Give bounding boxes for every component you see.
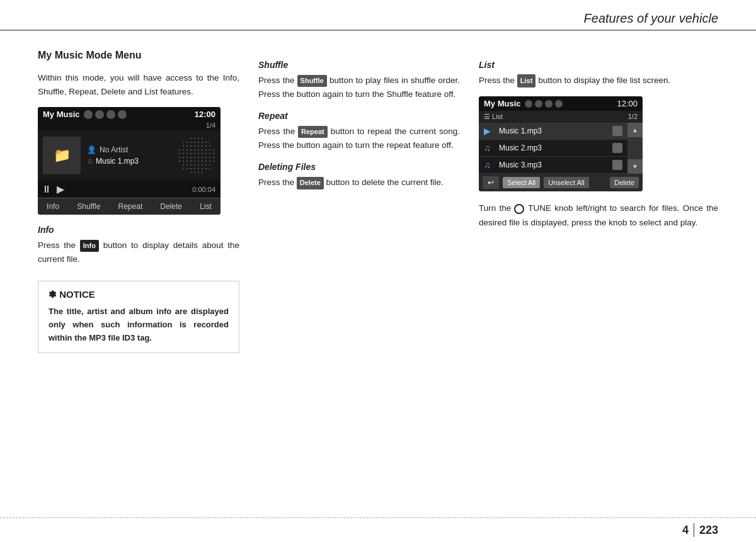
- list-bottom-bar: ↩ Select All Unselect All Delete: [479, 174, 643, 191]
- music-icon: [106, 110, 115, 119]
- step-forward-button[interactable]: ▶: [55, 182, 66, 196]
- unselect-all-button[interactable]: Unselect All: [544, 177, 588, 188]
- notice-title-text: ✽ NOTICE: [49, 289, 95, 300]
- page-number: 4 223: [682, 523, 718, 537]
- notice-title: ✽ NOTICE: [49, 289, 229, 300]
- list-item-check[interactable]: [612, 126, 622, 136]
- list-sub-header: ☰ List 1/2: [479, 111, 643, 123]
- delete-label: Deleting Files: [258, 162, 460, 172]
- middle-column: Shuffle Press the Shuffle button to play…: [258, 50, 460, 353]
- list-item[interactable]: ♫ Music 2.mp3: [479, 140, 627, 157]
- shuffle-button-badge[interactable]: Shuffle: [297, 75, 327, 88]
- right-column: List Press the List button to display th…: [479, 50, 718, 353]
- player-header: My Music 12:00: [38, 107, 220, 121]
- list-item-name: Music 1.mp3: [499, 127, 607, 135]
- list-item-name: Music 2.mp3: [499, 144, 607, 152]
- list-page: 1/2: [628, 113, 638, 121]
- main-content: My Music Mode Menu Within this mode, you…: [0, 31, 756, 366]
- shuffle-text-before: Press the: [258, 76, 294, 85]
- delete-text-before: Press the: [258, 178, 294, 187]
- play-icon: ▶: [484, 126, 494, 136]
- page-footer: 4 223: [0, 517, 756, 542]
- folder-icon: 📁: [54, 147, 71, 164]
- page-title: Features of your vehicle: [584, 11, 718, 26]
- list-body: Press the List button to display the fil…: [479, 74, 718, 88]
- vinyl-icon: [178, 137, 215, 174]
- artist-name: No Artist: [100, 145, 128, 154]
- list-mu-icon: [545, 100, 553, 108]
- list-screen-title: My Music: [484, 99, 521, 108]
- list-screen: My Music 12:00 ☰ List 1/2 ▶: [479, 96, 643, 191]
- notice-text: The title, artist and album info are dis…: [49, 305, 229, 344]
- tune-text: Turn the TUNE knob left/right to search …: [479, 201, 718, 230]
- phone-icon: [95, 110, 104, 119]
- list-section-label: List: [479, 60, 718, 70]
- arrows-icon: [118, 110, 127, 119]
- player-icons: [84, 110, 127, 119]
- info-button-badge[interactable]: Info: [80, 240, 99, 252]
- info-body: Press the Info button to display details…: [38, 239, 239, 266]
- music-icon: ♫: [484, 143, 494, 153]
- bluetooth-icon: [84, 110, 93, 119]
- page-divider: [694, 523, 694, 537]
- list-item[interactable]: ♫ Music 3.mp3: [479, 157, 627, 174]
- list-ar-icon: [555, 100, 563, 108]
- select-all-button[interactable]: Select All: [503, 177, 540, 188]
- shuffle-label: Shuffle: [258, 60, 460, 70]
- repeat-body: Press the Repeat button to repeat the cu…: [258, 125, 460, 152]
- list-item-check[interactable]: [612, 143, 622, 153]
- repeat-text-before: Press the: [258, 127, 295, 136]
- list-sub-title: ☰ List: [484, 113, 503, 121]
- menu-info[interactable]: Info: [42, 198, 64, 215]
- page-num: 223: [699, 524, 718, 537]
- tune-knob-icon: [514, 204, 524, 214]
- player-main-area: 📁 👤 No Artist ♫ Music 1.mp3: [38, 130, 220, 181]
- list-item-check[interactable]: [612, 160, 622, 170]
- menu-list[interactable]: List: [195, 198, 217, 215]
- player-time: 12:00: [195, 110, 215, 119]
- track-info: 👤 No Artist ♫ Music 1.mp3: [87, 145, 171, 166]
- player-title: My Music: [43, 110, 80, 119]
- pause-button[interactable]: ⏸: [40, 183, 53, 196]
- music-note-icon: ♫: [87, 157, 93, 166]
- album-art: 📁: [43, 137, 81, 174]
- delete-button[interactable]: Delete: [610, 177, 639, 188]
- info-text-before: Press the: [38, 240, 76, 250]
- list-text-after: button to display the file list screen.: [538, 76, 670, 85]
- person-icon: 👤: [87, 145, 96, 154]
- page-section: 4: [682, 524, 689, 537]
- player-menu-bar: Info Shuffle Repeat Delete List: [38, 198, 220, 215]
- list-scroll-area: ▲ ▼: [627, 123, 643, 174]
- back-button[interactable]: ↩: [483, 176, 499, 189]
- list-main: ▶ Music 1.mp3 ♫ Music 2.mp3 ♫ Music 3.mp…: [479, 123, 643, 174]
- elapsed-time: 0:00:04: [192, 186, 218, 193]
- notice-box: ✽ NOTICE The title, artist and album inf…: [38, 281, 239, 353]
- music-icon: ♫: [484, 160, 494, 170]
- list-bt-icon: [525, 100, 532, 108]
- list-ph-icon: [535, 100, 542, 108]
- repeat-label: Repeat: [258, 111, 460, 121]
- list-screen-header: My Music 12:00: [479, 96, 643, 111]
- menu-shuffle[interactable]: Shuffle: [72, 198, 105, 215]
- delete-text-after: button to delete the current file.: [326, 178, 444, 187]
- repeat-button-badge[interactable]: Repeat: [298, 126, 328, 138]
- page-header: Features of your vehicle: [0, 0, 756, 31]
- delete-button-badge[interactable]: Delete: [297, 177, 324, 189]
- intro-text: Within this mode, you will have access t…: [38, 71, 239, 98]
- player-header-left: My Music: [43, 110, 127, 119]
- list-header-icons: [525, 100, 563, 108]
- left-column: My Music Mode Menu Within this mode, you…: [38, 50, 239, 353]
- list-button-badge[interactable]: List: [517, 74, 536, 87]
- list-item[interactable]: ▶ Music 1.mp3: [479, 123, 627, 140]
- section-title: My Music Mode Menu: [38, 50, 239, 61]
- track-artist: 👤 No Artist: [87, 145, 171, 154]
- list-screen-time: 12:00: [617, 99, 638, 108]
- list-header-left: My Music: [484, 99, 563, 108]
- scroll-up-button[interactable]: ▲: [627, 123, 643, 137]
- menu-repeat[interactable]: Repeat: [113, 198, 148, 215]
- track-filename: Music 1.mp3: [96, 157, 139, 166]
- menu-delete[interactable]: Delete: [155, 198, 187, 215]
- tune-label-before: Turn the: [479, 203, 514, 213]
- player-screen: My Music 12:00 1/4 📁 👤: [38, 107, 220, 215]
- scroll-down-button[interactable]: ▼: [627, 159, 643, 174]
